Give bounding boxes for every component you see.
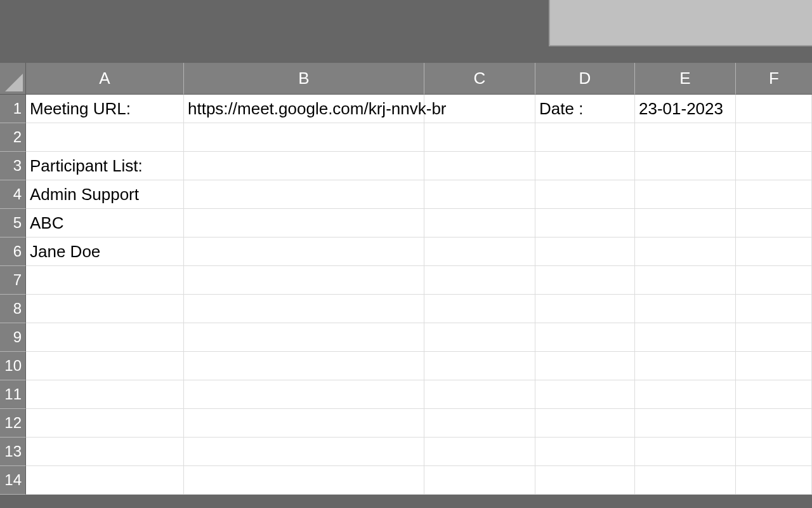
cell-B3[interactable] (184, 152, 424, 180)
row-header-14[interactable]: 14 (0, 466, 26, 495)
cell-D5[interactable] (535, 209, 635, 237)
cell-E9[interactable] (635, 323, 736, 352)
cell-A14[interactable] (26, 466, 184, 495)
cell-E10[interactable] (635, 352, 736, 380)
cell-C14[interactable] (424, 466, 535, 495)
cell-C6[interactable] (424, 237, 535, 266)
cell-F2[interactable] (736, 123, 812, 152)
cell-C9[interactable] (424, 323, 535, 352)
cell-F4[interactable] (736, 180, 812, 209)
row-header-7[interactable]: 7 (0, 266, 26, 295)
cell-B2[interactable] (184, 123, 424, 152)
cell-B6[interactable] (184, 237, 424, 266)
col-header-C[interactable]: C (424, 63, 535, 95)
row-header-4[interactable]: 4 (0, 180, 26, 209)
cell-E2[interactable] (635, 123, 736, 152)
cell-B5[interactable] (184, 209, 424, 237)
cell-A2[interactable] (26, 123, 184, 152)
cell-F3[interactable] (736, 152, 812, 180)
cell-A11[interactable] (26, 380, 184, 409)
cell-A7[interactable] (26, 266, 184, 295)
cell-A9[interactable] (26, 323, 184, 352)
cell-D6[interactable] (535, 237, 635, 266)
row-header-6[interactable]: 6 (0, 237, 26, 266)
cell-D12[interactable] (535, 409, 635, 438)
row-header-2[interactable]: 2 (0, 123, 26, 152)
row-header-10[interactable]: 10 (0, 352, 26, 380)
col-header-B[interactable]: B (184, 63, 424, 95)
col-header-A[interactable]: A (26, 63, 184, 95)
row-header-13[interactable]: 13 (0, 438, 26, 466)
cell-C10[interactable] (424, 352, 535, 380)
row-header-12[interactable]: 12 (0, 409, 26, 438)
cell-B1[interactable]: https://meet.google.com/krj-nnvk-br (184, 95, 424, 123)
cell-D8[interactable] (535, 295, 635, 323)
cell-A12[interactable] (26, 409, 184, 438)
row-header-5[interactable]: 5 (0, 209, 26, 237)
cell-D2[interactable] (535, 123, 635, 152)
cell-B8[interactable] (184, 295, 424, 323)
row-header-3[interactable]: 3 (0, 152, 26, 180)
cell-F11[interactable] (736, 380, 812, 409)
cell-E14[interactable] (635, 466, 736, 495)
cell-F9[interactable] (736, 323, 812, 352)
cell-D4[interactable] (535, 180, 635, 209)
cell-C11[interactable] (424, 380, 535, 409)
cell-F14[interactable] (736, 466, 812, 495)
cell-C4[interactable] (424, 180, 535, 209)
row-header-1[interactable]: 1 (0, 95, 26, 123)
cell-D13[interactable] (535, 438, 635, 466)
cell-F5[interactable] (736, 209, 812, 237)
cell-D14[interactable] (535, 466, 635, 495)
cell-B14[interactable] (184, 466, 424, 495)
cell-E12[interactable] (635, 409, 736, 438)
cell-E5[interactable] (635, 209, 736, 237)
cell-C5[interactable] (424, 209, 535, 237)
cell-C7[interactable] (424, 266, 535, 295)
cell-A6[interactable]: Jane Doe (26, 237, 184, 266)
cell-E7[interactable] (635, 266, 736, 295)
select-all-triangle[interactable] (0, 63, 26, 95)
cell-A8[interactable] (26, 295, 184, 323)
cell-D10[interactable] (535, 352, 635, 380)
cell-A4[interactable]: Admin Support (26, 180, 184, 209)
cell-D3[interactable] (535, 152, 635, 180)
cell-F7[interactable] (736, 266, 812, 295)
cell-B7[interactable] (184, 266, 424, 295)
cell-E4[interactable] (635, 180, 736, 209)
cell-B4[interactable] (184, 180, 424, 209)
cell-A5[interactable]: ABC (26, 209, 184, 237)
row-header-8[interactable]: 8 (0, 295, 26, 323)
cell-B12[interactable] (184, 409, 424, 438)
cell-E1[interactable]: 23-01-2023 (635, 95, 736, 123)
cell-F1[interactable] (736, 95, 812, 123)
cell-A10[interactable] (26, 352, 184, 380)
cell-E13[interactable] (635, 438, 736, 466)
spreadsheet-grid[interactable]: A B C D E F 1 Meeting URL: https://meet.… (0, 63, 812, 495)
row-header-9[interactable]: 9 (0, 323, 26, 352)
cell-A1[interactable]: Meeting URL: (26, 95, 184, 123)
cell-F10[interactable] (736, 352, 812, 380)
cell-F13[interactable] (736, 438, 812, 466)
cell-B11[interactable] (184, 380, 424, 409)
cell-E8[interactable] (635, 295, 736, 323)
cell-C3[interactable] (424, 152, 535, 180)
cell-D9[interactable] (535, 323, 635, 352)
cell-D11[interactable] (535, 380, 635, 409)
cell-E3[interactable] (635, 152, 736, 180)
cell-D7[interactable] (535, 266, 635, 295)
cell-D1[interactable]: Date : (535, 95, 635, 123)
col-header-D[interactable]: D (535, 63, 635, 95)
cell-C2[interactable] (424, 123, 535, 152)
cell-B10[interactable] (184, 352, 424, 380)
cell-C13[interactable] (424, 438, 535, 466)
cell-E6[interactable] (635, 237, 736, 266)
cell-B9[interactable] (184, 323, 424, 352)
row-header-11[interactable]: 11 (0, 380, 26, 409)
cell-C12[interactable] (424, 409, 535, 438)
cell-C8[interactable] (424, 295, 535, 323)
cell-F8[interactable] (736, 295, 812, 323)
cell-F12[interactable] (736, 409, 812, 438)
col-header-F[interactable]: F (736, 63, 812, 95)
cell-E11[interactable] (635, 380, 736, 409)
